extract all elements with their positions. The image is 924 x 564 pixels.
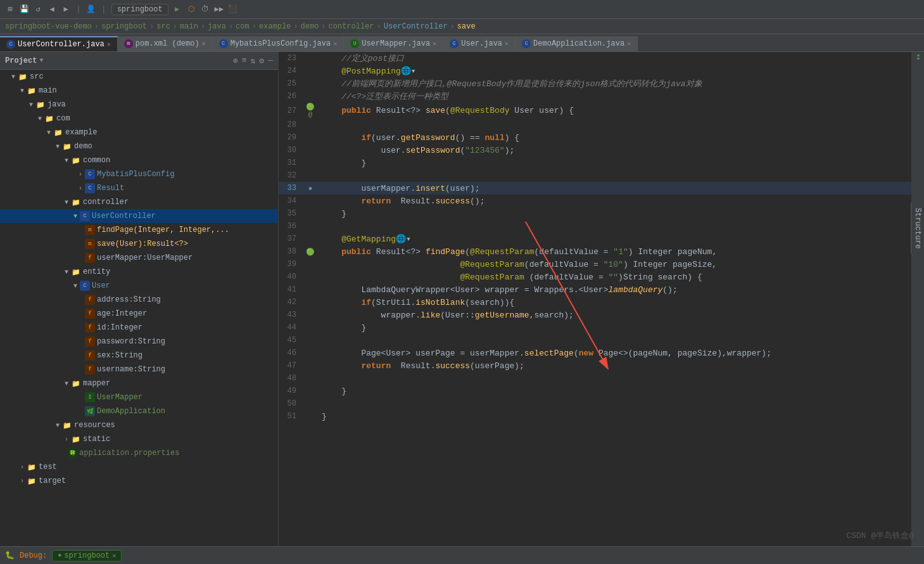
code-line-43: 43 wrapper.like(User::getUsername,search… xyxy=(279,309,911,321)
gutter-indicator-1 xyxy=(917,54,920,56)
toolbar-icon-back[interactable]: ◀ xyxy=(47,4,57,15)
tab-demoapplication[interactable]: C DemoApplication.java ✕ xyxy=(516,36,638,51)
tree-item-target[interactable]: › 📁 target xyxy=(0,474,278,488)
structure-panel[interactable] xyxy=(911,52,924,546)
sidebar-icon-3[interactable]: ⇅ xyxy=(251,56,256,66)
tab-label-mybatisconfig: MybatisPlusConfig.java xyxy=(231,39,331,48)
toolbar-icon-stop[interactable]: ⬛ xyxy=(228,4,238,15)
tab-usercontroller[interactable]: C UserController.java ✕ xyxy=(0,36,118,51)
tab-close-pom[interactable]: ✕ xyxy=(202,40,206,48)
tab-close-usermapper[interactable]: ✕ xyxy=(433,40,436,48)
breadcrumb-item-11[interactable]: save xyxy=(457,22,476,31)
tab-close-mybatisconfig[interactable]: ✕ xyxy=(333,40,337,48)
tab-close-user[interactable]: ✕ xyxy=(505,40,509,48)
breadcrumb-item-8[interactable]: demo xyxy=(301,22,319,31)
sidebar-icon-gear[interactable]: ⚙ xyxy=(259,56,264,66)
code-line-26: 26 //<?>泛型表示任何一种类型 xyxy=(279,90,911,103)
tree-item-usermapper-cls[interactable]: I UserMapper xyxy=(0,390,278,404)
tree-item-main[interactable]: ▼ 📁 main xyxy=(0,84,278,98)
breadcrumb-item-5[interactable]: java xyxy=(208,22,226,31)
tree-item-mybatisconfig[interactable]: › C MybatisPlusConfig xyxy=(0,167,278,181)
breadcrumb-item-9[interactable]: controller xyxy=(329,22,374,31)
debug-icon: 🐛 xyxy=(5,551,15,560)
tab-label-pom: pom.xml (demo) xyxy=(136,39,199,48)
run-config-label[interactable]: springboot xyxy=(111,4,168,15)
tree-item-java[interactable]: ▼ 📁 java xyxy=(0,98,278,112)
tree-item-usermapper-field[interactable]: f userMapper:UserMapper xyxy=(0,251,278,265)
tree-item-age[interactable]: f age:Integer xyxy=(0,307,278,321)
sidebar-icon-1[interactable]: ⊕ xyxy=(233,56,238,66)
breadcrumb-item-6[interactable]: com xyxy=(236,22,250,31)
tree-item-usercontroller[interactable]: ▼ C UserController xyxy=(0,209,278,223)
breadcrumb-item-3[interactable]: src xyxy=(156,22,170,31)
tree-item-entity[interactable]: ▼ 📁 entity xyxy=(0,265,278,279)
breadcrumb-item-4[interactable]: main xyxy=(180,22,198,31)
tab-close-demoapplication[interactable]: ✕ xyxy=(627,40,631,48)
tree-item-username[interactable]: f username:String xyxy=(0,362,278,376)
tab-label-demoapplication: DemoApplication.java xyxy=(533,39,624,48)
code-line-48: 48 xyxy=(279,372,911,385)
tree-item-password[interactable]: f password:String xyxy=(0,335,278,349)
sidebar-dropdown-icon[interactable]: ▼ xyxy=(39,57,43,64)
run-badge[interactable]: ● springboot ✕ xyxy=(52,550,122,561)
tree-item-controller[interactable]: ▼ 📁 controller xyxy=(0,195,278,209)
code-line-45: 45 xyxy=(279,334,911,347)
watermark: CSDN @半岛铁盒@ xyxy=(846,530,914,541)
tree-item-mapper[interactable]: ▼ 📁 mapper xyxy=(0,376,278,390)
tree-item-id[interactable]: f id:Integer xyxy=(0,321,278,335)
toolbar-icon-run2[interactable]: ▶▶ xyxy=(214,4,224,15)
tree-item-demo[interactable]: ▼ 📁 demo xyxy=(0,139,278,153)
code-line-34: 34 return Result.success(); xyxy=(279,195,911,207)
tree-item-findpage[interactable]: m findPage(Integer, Integer,... xyxy=(0,223,278,237)
sidebar-title: Project xyxy=(5,56,37,65)
tree-item-src[interactable]: ▼ 📁 src xyxy=(0,70,278,84)
toolbar-icon-forward[interactable]: ▶ xyxy=(61,4,71,15)
tree-item-test[interactable]: › 📁 test xyxy=(0,460,278,474)
tab-user[interactable]: C User.java ✕ xyxy=(443,36,516,51)
code-line-23: 23 //定义post接口 xyxy=(279,52,911,65)
code-line-42: 42 if(StrUtil.isNotBlank(search)){ xyxy=(279,296,911,309)
tab-mybatisconfig[interactable]: C MybatisPlusConfig.java ✕ xyxy=(213,36,344,51)
tree-item-example[interactable]: ▼ 📁 example xyxy=(0,125,278,139)
tab-pom[interactable]: m pom.xml (demo) ✕ xyxy=(118,36,213,51)
code-editor[interactable]: 23 //定义post接口 24 @PostMapping🌐▾ 25 //前端网… xyxy=(279,52,911,546)
toolbar-icon-refresh[interactable]: ↺ xyxy=(33,4,43,15)
tree-item-com[interactable]: ▼ 📁 com xyxy=(0,112,278,125)
code-line-30: 30 user.setPassword("123456"); xyxy=(279,144,911,157)
tree-item-appprops[interactable]: 🍀 application.properties xyxy=(0,446,278,460)
breadcrumb-item-10[interactable]: UserController xyxy=(384,22,448,31)
toolbar-icon-grid[interactable]: ⊞ xyxy=(5,4,15,15)
tabs-bar: C UserController.java ✕ m pom.xml (demo)… xyxy=(0,34,924,52)
tab-usermapper[interactable]: U UserMapper.java ✕ xyxy=(344,36,443,51)
tree-item-address[interactable]: f address:String xyxy=(0,293,278,307)
breadcrumb-item-2[interactable]: springboot xyxy=(101,22,147,31)
code-line-44: 44 } xyxy=(279,321,911,334)
toolbar-icon-user[interactable]: 👤 xyxy=(86,4,96,15)
tab-close-usercontroller[interactable]: ✕ xyxy=(107,41,111,48)
code-line-29: 29 if(user.getPassword() == null) { xyxy=(279,131,911,144)
bottom-bar: 🐛 Debug: ● springboot ✕ xyxy=(0,546,924,564)
code-line-24: 24 @PostMapping🌐▾ xyxy=(279,65,911,77)
sidebar-icon-2[interactable]: ≡ xyxy=(242,56,247,66)
structure-label[interactable]: Structure xyxy=(911,203,924,253)
toolbar-icon-debug[interactable]: ⬡ xyxy=(186,4,196,15)
sidebar-icon-close[interactable]: — xyxy=(268,56,273,66)
toolbar-icon-profile[interactable]: ⏱ xyxy=(200,4,210,15)
tree-item-demoapplication[interactable]: 🌿 DemoApplication xyxy=(0,404,278,418)
tab-label-usermapper: UserMapper.java xyxy=(362,39,430,48)
toolbar-icon-run[interactable]: ▶ xyxy=(172,4,182,15)
tree-item-common[interactable]: ▼ 📁 common xyxy=(0,153,278,167)
tree-item-resources[interactable]: ▼ 📁 resources xyxy=(0,418,278,432)
tree-item-result[interactable]: › C Result xyxy=(0,181,278,195)
run-close[interactable]: ✕ xyxy=(112,552,116,560)
tree-item-sex[interactable]: f sex:String xyxy=(0,349,278,362)
toolbar-icon-save[interactable]: 💾 xyxy=(19,4,29,15)
breadcrumb-item-1[interactable]: springboot-vue-demo xyxy=(5,22,92,31)
tree-item-user[interactable]: ▼ C User xyxy=(0,279,278,293)
tree-item-static[interactable]: › 📁 static xyxy=(0,432,278,446)
code-line-25: 25 //前端网页的新增用户接口,@RequestBody作用是使前台传来的js… xyxy=(279,77,911,90)
code-line-40: 40 @RequestParam (defaultValue = "")Stri… xyxy=(279,271,911,283)
code-line-46: 46 Page<User> userPage = userMapper.sele… xyxy=(279,347,911,359)
breadcrumb-item-7[interactable]: example xyxy=(259,22,291,31)
tree-item-save[interactable]: m save(User):Result<?> xyxy=(0,237,278,251)
